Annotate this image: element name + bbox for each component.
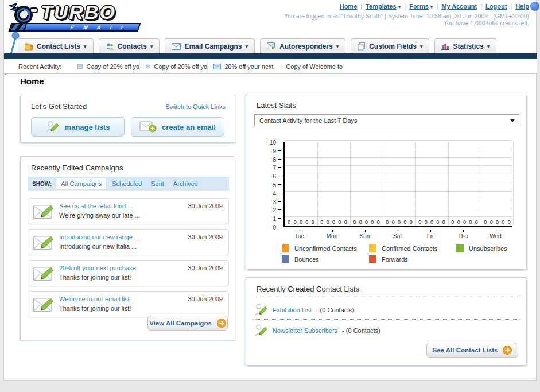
view-all-campaigns-button[interactable]: View All Campaigns xyxy=(147,316,228,331)
tab-autoresponders[interactable]: Autoresponders ▾ xyxy=(260,38,345,53)
campaign-title-link[interactable]: 20% off your next purchase xyxy=(59,265,136,271)
chart-value-label: 0 xyxy=(344,219,347,225)
top-link-home[interactable]: Home xyxy=(340,3,358,10)
recent-activity-item[interactable]: Copy of 20% off yo xyxy=(139,62,207,71)
campaign-filter-bar: SHOW: All Campaigns Scheduled Sent Archi… xyxy=(28,177,229,191)
top-link-logout[interactable]: Logout xyxy=(485,3,507,10)
top-nav: Home|Templates ▾|Forms ▾|My Account|Logo… xyxy=(340,3,529,10)
top-link-help[interactable]: Help xyxy=(515,3,529,10)
contact-list-count: - (0 Contacts) xyxy=(342,327,380,334)
chart-value-label: 0 xyxy=(300,219,302,225)
chart-value-label: 0 xyxy=(502,219,504,225)
chart-value-label: 0 xyxy=(371,219,374,225)
tab-statistics[interactable]: Statistics ▾ xyxy=(434,38,496,53)
campaign-title-link[interactable]: Welcome to our email list xyxy=(59,296,130,302)
y-tick xyxy=(278,159,281,160)
campaign-date: 30 Jun 2009 xyxy=(188,203,223,209)
x-tick-label: Mon xyxy=(327,233,337,239)
chart-value-label: 0 xyxy=(398,219,401,225)
chart-value-label: 0 xyxy=(294,219,297,225)
contact-list-link[interactable]: Exhibition List xyxy=(273,306,312,313)
filter-scheduled[interactable]: Scheduled xyxy=(112,180,142,187)
contact-list-row[interactable]: Newsletter Subscribers - (0 Contacts) xyxy=(254,323,380,339)
activity-item-label: Copy of Welcome to xyxy=(286,63,343,70)
contact-list-link[interactable]: Newsletter Subscribers xyxy=(273,327,337,334)
main-nav-tabs: Contact Lists ▾ Contacts ▾ Email Campa xyxy=(18,38,496,53)
campaigns-title: Recently Edited Campaigns xyxy=(31,164,123,172)
chevron-down-icon: ▾ xyxy=(430,4,433,10)
legend-swatch-icon xyxy=(456,244,464,252)
top-link-forms[interactable]: Forms xyxy=(409,3,429,10)
create-email-label: create an email xyxy=(162,123,216,131)
top-link-my-account[interactable]: My Account xyxy=(441,3,477,10)
recent-activity-item[interactable]: 20% off your next xyxy=(207,62,275,71)
campaign-row[interactable]: 20% off your next purchase Thanks for jo… xyxy=(28,260,229,286)
campaign-subtitle: Thanks for joining our list! xyxy=(59,305,131,312)
get-started-title: Let's Get Started xyxy=(31,102,87,111)
envelope-icon xyxy=(77,64,83,69)
chart-value-label: 0 xyxy=(386,219,389,225)
activity-item-label: 20% off your next xyxy=(224,63,273,70)
help-badge-icon[interactable] xyxy=(530,2,539,11)
recent-activity-item[interactable]: Copy of 20% off yo xyxy=(72,62,139,71)
y-tick-label: 3 xyxy=(273,199,276,205)
contact-lists-panel: Recently Created Contact Lists Exhibitio… xyxy=(246,277,527,366)
chart-gridline xyxy=(285,157,512,158)
chevron-down-icon: ▾ xyxy=(84,44,87,49)
top-link-templates[interactable]: Templates xyxy=(366,3,397,10)
page: TURBO E M A I L Home|Templates ▾|Forms ▾… xyxy=(0,0,540,392)
chart-value-group: 00000 xyxy=(383,219,415,225)
chart-value-label: 0 xyxy=(469,219,472,225)
x-tick xyxy=(332,230,333,232)
create-email-button[interactable]: create an email xyxy=(131,117,224,137)
legend-swatch-icon xyxy=(282,244,289,252)
chart-value-group: 00000 xyxy=(350,219,383,225)
logo-wordmark: TURBO xyxy=(38,2,116,22)
chart-value-label: 0 xyxy=(332,219,335,225)
stats-range-select[interactable]: Contact Activity for the Last 7 Days xyxy=(254,114,519,126)
y-tick-label: 6 xyxy=(273,173,276,180)
manage-lists-button[interactable]: manage lists xyxy=(31,117,125,137)
legend-label: Confirmed Contacts xyxy=(382,245,437,252)
dotted-separator xyxy=(253,319,520,320)
separator: | xyxy=(436,3,438,10)
legend-label: Unconfirmed Contacts xyxy=(294,245,357,252)
chart-value-label: 0 xyxy=(338,219,341,225)
y-tick xyxy=(278,142,281,142)
y-tick-label: 7 xyxy=(273,165,276,171)
chart-legend: Unconfirmed ContactsConfirmed ContactsUn… xyxy=(282,244,540,266)
envelope-pencil-icon xyxy=(33,296,55,313)
recent-activity-item[interactable]: Copy of Welcome to xyxy=(275,62,343,71)
campaign-row[interactable]: Welcome to our email list Thanks for joi… xyxy=(28,291,229,317)
filter-archived[interactable]: Archived xyxy=(173,180,198,187)
tab-email-campaigns[interactable]: Email Campaigns ▾ xyxy=(165,38,255,53)
y-tick-label: 8 xyxy=(273,157,276,163)
arrow-right-icon xyxy=(217,319,226,328)
tab-label: Statistics xyxy=(453,42,483,51)
tab-label: Contacts xyxy=(118,42,147,51)
contact-list-row[interactable]: Exhibition List - (0 Contacts) xyxy=(254,302,355,318)
filter-sent[interactable]: Sent xyxy=(151,180,164,187)
chart-gridline xyxy=(285,183,512,183)
separator: | xyxy=(404,3,406,10)
campaign-row[interactable]: See us at the retail food ... We're givi… xyxy=(28,198,229,224)
y-tick xyxy=(278,176,281,176)
chart-value-label: 0 xyxy=(508,219,511,225)
tab-custom-fields[interactable]: Custom Fields ▾ xyxy=(351,38,429,53)
chart-value-group: 00000 xyxy=(285,219,317,225)
tab-contacts[interactable]: Contacts ▾ xyxy=(99,38,160,53)
switch-to-quick-links[interactable]: Switch to Quick Links xyxy=(165,103,226,110)
campaign-title-link[interactable]: See us at the retail food ... xyxy=(59,203,133,209)
campaign-title-link[interactable]: Introducing our new range ... xyxy=(59,234,139,240)
app-logo[interactable]: TURBO E M A I L xyxy=(9,2,146,36)
campaign-row[interactable]: Introducing our new range ... Introducin… xyxy=(28,229,229,255)
tab-label: Custom Fields xyxy=(369,42,417,51)
person-pencil-icon xyxy=(254,323,268,339)
tab-contact-lists[interactable]: Contact Lists ▾ xyxy=(18,38,94,53)
campaign-date: 30 Jun 2009 xyxy=(188,234,223,240)
y-tick-label: 1 xyxy=(273,216,276,222)
legend-swatch-icon xyxy=(282,255,289,263)
see-all-contact-lists-button[interactable]: See All Contact Lists xyxy=(426,343,518,358)
filter-all-campaigns[interactable]: All Campaigns xyxy=(56,178,106,189)
nav-divider-bar xyxy=(4,53,537,59)
